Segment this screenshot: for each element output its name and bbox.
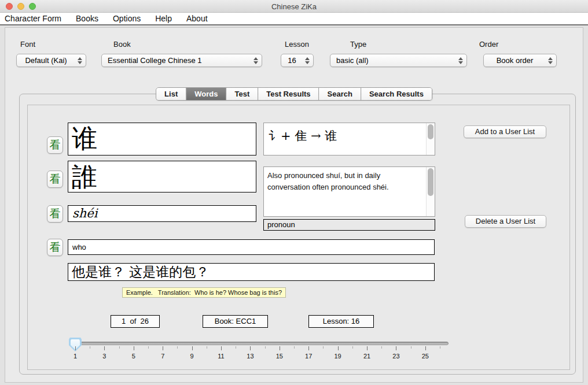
slider-tick (411, 346, 411, 349)
stepper-arrows-icon (456, 57, 466, 64)
word-slider: 135791113151719212325 (64, 338, 463, 364)
slider-tick (134, 346, 134, 350)
type-label: Type (350, 40, 366, 49)
slider-tick (207, 346, 207, 349)
components-text: 讠+ 隹 → 谁 (264, 123, 426, 155)
tab-list[interactable]: List (156, 88, 186, 100)
scrollbar-thumb[interactable] (428, 124, 433, 139)
title-bar: Chinese ZiKa (0, 0, 588, 13)
tab-bar: List Words Test Test Results Search Sear… (156, 87, 432, 101)
type-dropdown[interactable]: basic (all) (330, 54, 467, 67)
slider-tick (280, 346, 280, 350)
tab-search-results[interactable]: Search Results (361, 88, 432, 100)
slider-tick (119, 346, 120, 349)
tab-words[interactable]: Words (186, 88, 226, 100)
simplified-character-field[interactable]: 谁 (68, 123, 256, 156)
stepper-arrows-icon (303, 57, 313, 64)
part-of-speech-field[interactable]: pronoun (263, 219, 435, 231)
lesson-indicator: Lesson: 16 (308, 315, 374, 328)
note-text: Also pronounced shuí, but in daily conve… (264, 167, 426, 216)
slider-tick (250, 346, 251, 350)
book-label: Book (113, 40, 131, 49)
traditional-character-field[interactable]: 誰 (68, 161, 256, 192)
slider-tick (163, 346, 163, 350)
slider-tick (177, 346, 178, 349)
components-scrollbar[interactable] (426, 123, 435, 155)
stepper-arrows-icon (251, 57, 262, 64)
tab-test[interactable]: Test (226, 88, 258, 100)
position-indicator: 1 of 26 (111, 315, 160, 328)
font-dropdown-value: Default (Kai) (17, 56, 75, 65)
lesson-dropdown[interactable]: 16 (281, 54, 314, 67)
slider-tick (90, 346, 90, 349)
meaning-field[interactable]: who (68, 239, 435, 255)
slider-tick (338, 346, 339, 350)
menu-options[interactable]: Options (113, 14, 141, 23)
slider-tick (221, 346, 222, 350)
slider-tick (104, 346, 105, 350)
slider-tick (323, 346, 324, 349)
window-title: Chinese ZiKa (0, 2, 588, 11)
slider-tick-label: 11 (218, 353, 224, 360)
example-tooltip: Example. Translation: Who is he? Whose b… (122, 287, 286, 298)
add-to-user-list-button[interactable]: Add to a User List (464, 125, 546, 138)
slider-tick (294, 346, 295, 349)
slider-tick-label: 13 (247, 353, 253, 360)
slider-track[interactable] (69, 342, 449, 345)
menu-character-form[interactable]: Character Form (5, 14, 61, 23)
slider-tick (381, 346, 382, 349)
components-field[interactable]: 讠+ 隹 → 谁 (263, 123, 435, 156)
slider-tick-label: 25 (422, 353, 429, 360)
font-dropdown[interactable]: Default (Kai) (16, 54, 86, 67)
slider-tick (148, 346, 149, 349)
slider-tick (396, 346, 396, 350)
slider-tick (308, 346, 309, 350)
note-scrollbar[interactable] (426, 167, 435, 216)
slider-tick (425, 346, 426, 350)
view-pinyin-button[interactable]: 看 (47, 205, 63, 223)
order-label: Order (479, 40, 498, 49)
book-indicator: Book: ECC1 (203, 315, 268, 328)
order-dropdown-value: Book order (484, 56, 546, 65)
slider-tick (192, 346, 193, 350)
menu-help[interactable]: Help (155, 14, 172, 23)
delete-user-list-button[interactable]: Delete a User List (465, 215, 546, 228)
view-meaning-button[interactable]: 看 (47, 239, 63, 256)
slider-tick-label: 3 (102, 353, 106, 360)
slider-tick (440, 346, 440, 349)
menu-books[interactable]: Books (76, 14, 98, 23)
slider-tick-label: 23 (392, 353, 399, 360)
scrollbar-thumb[interactable] (428, 168, 433, 196)
slider-tick-label: 9 (190, 353, 194, 360)
lesson-dropdown-value: 16 (281, 56, 303, 65)
font-label: Font (20, 40, 35, 49)
slider-tick-label: 5 (132, 353, 135, 360)
slider-tick-label: 19 (334, 353, 341, 360)
stepper-arrows-icon (75, 57, 86, 64)
view-traditional-button[interactable]: 看 (47, 171, 63, 188)
example-sentence-field[interactable]: 他是谁？ 这是谁的包？ (68, 263, 435, 281)
menu-about[interactable]: About (186, 14, 208, 23)
tab-search[interactable]: Search (319, 88, 361, 100)
book-dropdown[interactable]: Essential College Chinese 1 (101, 54, 262, 67)
slider-tick (265, 346, 266, 349)
stepper-arrows-icon (546, 57, 556, 64)
slider-tick-label: 21 (363, 353, 370, 360)
view-simplified-button[interactable]: 看 (47, 136, 63, 154)
slider-tick-label: 7 (161, 353, 164, 360)
slider-tick (367, 346, 368, 350)
slider-tick-label: 15 (276, 353, 283, 360)
note-field[interactable]: Also pronounced shuí, but in daily conve… (263, 166, 435, 217)
book-dropdown-value: Essential College Chinese 1 (102, 56, 251, 65)
slider-tick (352, 346, 353, 349)
pinyin-field[interactable]: shéi (68, 205, 256, 222)
slider-tick (75, 346, 76, 350)
type-dropdown-value: basic (all) (330, 56, 456, 65)
order-dropdown[interactable]: Book order (483, 54, 557, 67)
slider-tick-label: 1 (74, 353, 77, 360)
lesson-label: Lesson (285, 40, 309, 49)
tab-test-results[interactable]: Test Results (258, 88, 318, 100)
slider-tick (236, 346, 236, 349)
slider-tick-label: 17 (305, 353, 312, 360)
menu-bar: Character Form Books Options Help About (0, 13, 588, 25)
